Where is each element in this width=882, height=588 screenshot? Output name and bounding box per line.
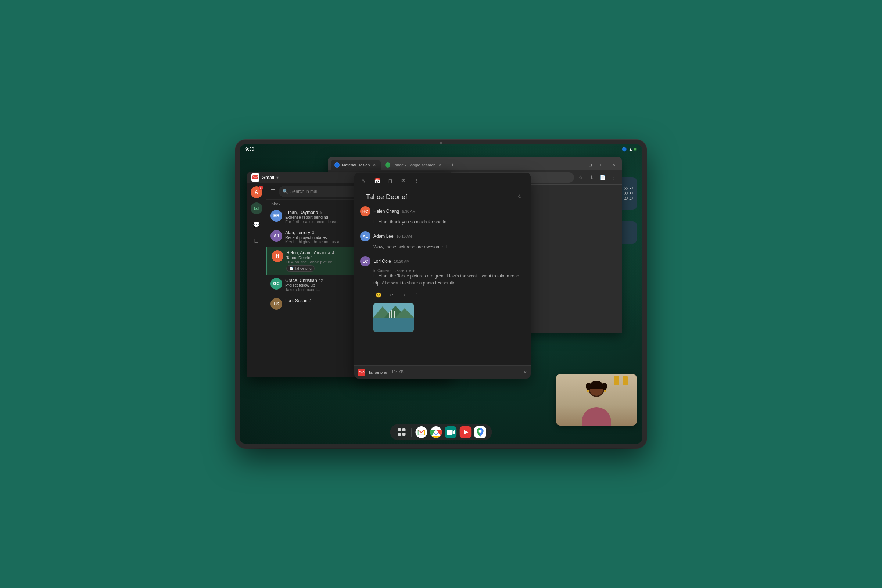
grid-dot-3 [398,432,401,436]
svg-rect-8 [389,312,390,318]
chrome-menu-button[interactable]: ⋮ [609,172,619,183]
download-filetype: PNG [358,371,364,374]
thread-actions-3: 🙂 ↩ ↪ ⋮ [360,290,525,300]
earring-left [587,390,589,392]
video-person [556,374,637,426]
tab-close-tahoe[interactable]: ✕ [438,162,443,168]
recipient-label: to Cameron, Jesse, me [374,268,411,273]
chrome-reader-mode-button[interactable]: 📄 [597,172,608,183]
email-detail-header: ⤡ 📅 🗑 ✉ ⋮ [354,173,531,189]
thread-reply-button[interactable]: ↩ [386,290,396,300]
tab-tahoe[interactable]: Tahoe - Google sesarch ✕ [381,160,447,170]
email-attachment-3: 📄 Tahoe.png [286,266,315,272]
person-head [588,381,604,397]
download-bar-close[interactable]: ✕ [524,370,527,375]
sidebar-item-meet[interactable]: □ [250,235,262,247]
detail-more-button[interactable]: ⋮ [412,176,422,186]
gmail-m-icon [251,174,260,182]
chrome-bookmark-button[interactable]: ☆ [576,172,586,183]
grid-dot-4 [402,432,406,436]
light-fixture-2 [614,376,619,385]
chrome-tabs: Material Design ✕ Tahoe - Google sesarch… [328,157,622,170]
thread-avatar-3: LC [360,256,370,266]
email-avatar-4: GC [270,278,282,290]
thread-forward-button[interactable]: ↪ [398,290,409,300]
chrome-download-button[interactable]: ⬇ [586,172,597,183]
wifi-icon: ▲ [628,147,633,152]
search-placeholder: Search in mail [290,189,318,194]
light-fixture-1 [622,376,628,385]
detail-expand-button[interactable]: ⤡ [358,176,369,186]
email-detail-panel: ⤡ 📅 🗑 ✉ ⋮ Tahoe Debrief ☆ HC Helen Chang… [354,173,531,378]
hair-right [602,382,607,390]
chrome-maximize-button[interactable]: □ [597,161,607,169]
thread-header-2: AL Adam Lee 10:10 AM [360,231,525,242]
battery-icon: ■ [634,147,636,152]
grid-icon [398,428,406,436]
thread-more-button[interactable]: ⋮ [411,290,421,300]
svg-point-18 [479,430,482,432]
detail-calendar-button[interactable]: 📅 [372,176,382,186]
email-avatar-2: AJ [270,230,282,242]
sidebar-item-chat[interactable]: 💬 [250,219,262,230]
app-launcher-button[interactable] [396,426,408,438]
dock-app-youtube[interactable] [460,426,471,438]
thread-item-2: AL Adam Lee 10:10 AM Wow, these pictures… [360,231,525,250]
chrome-window-controls: ⊡ □ ✕ [585,161,619,170]
video-call-thumbnail [556,374,637,426]
tab-label-tahoe: Tahoe - Google sesarch [393,163,435,167]
detail-star-button[interactable]: ☆ [514,192,525,202]
download-filename: Tahoe.png [368,370,387,375]
detail-title-row: Tahoe Debrief ☆ [354,189,531,203]
chrome-toolbar-actions: ☆ ⬇ 📄 ⋮ [576,172,619,183]
email-avatar-1: ER [270,210,282,222]
gmail-dropdown-icon[interactable]: ▾ [276,175,279,180]
attachment-name: Tahoe.png [294,266,312,270]
search-icon: 🔍 [282,189,288,194]
thread-sender-1: Helen Chang [374,209,399,214]
status-bar: 9:30 🔵 ▲ ■ [240,144,642,154]
sidebar-item-mail[interactable]: ✉ [250,202,262,214]
gmail-logo-area: Gmail ▾ [251,174,279,182]
dock [390,424,492,440]
gmail-sidebar-icon-user[interactable]: A 2 [250,186,262,198]
detail-delete-button[interactable]: 🗑 [385,176,395,186]
svg-rect-13 [447,430,453,435]
thread-item-1: HC Helen Chang 9:30 AM Hi Alan, thank yo… [360,206,525,225]
chrome-minimize-button[interactable]: ⊡ [585,161,596,169]
gmail-user-avatar: A 2 [250,186,262,198]
gmail-dock-icon [416,426,428,438]
earring-right [604,390,606,392]
detail-mail-button[interactable]: ✉ [398,176,409,186]
status-icons: 🔵 ▲ ■ [622,147,636,152]
dock-app-maps[interactable] [474,426,486,438]
dock-app-meet[interactable] [445,426,457,438]
download-filesize: 10c KB [392,370,403,374]
gmail-notification-badge: 2 [259,186,263,190]
tab-close-material[interactable]: ✕ [372,162,377,168]
dock-app-gmail[interactable] [416,426,428,438]
new-tab-button[interactable]: + [447,160,458,170]
tablet-shell: 9:30 🔵 ▲ ■ Weather Wed ☁ 8° 3° Thu ☁ 8° … [235,140,647,448]
svg-point-11 [434,430,438,434]
thread-time-2: 10:10 AM [396,234,412,238]
thread-time-3: 10:20 AM [394,260,410,264]
svg-rect-5 [374,318,414,332]
email-avatar-3: H [272,250,284,262]
thread-header-3: LC Lori Cole 10:20 AM [360,256,525,266]
grid-dot-1 [398,428,401,432]
tab-favicon-material [334,162,340,168]
tablet-screen: 9:30 🔵 ▲ ■ Weather Wed ☁ 8° 3° Thu ☁ 8° … [240,144,642,444]
hair-left [586,382,591,390]
sender-expand-row[interactable]: to Cameron, Jesse, me ▾ [360,268,525,273]
tab-material-design[interactable]: Material Design ✕ [331,160,381,170]
thread-item-3: LC Lori Cole 10:20 AM to Cameron, Jesse,… [360,256,525,332]
gmail-menu-icon[interactable]: ☰ [270,188,276,195]
download-bar: PNG Tahoe.png 10c KB ✕ [354,365,531,378]
dock-app-chrome[interactable] [430,426,442,438]
tab-favicon-tahoe [385,162,390,168]
svg-rect-7 [394,311,395,318]
thread-body-2: Wow, these picturese are awesome. T... [360,244,525,250]
thread-emoji-button[interactable]: 🙂 [374,290,384,300]
chrome-close-button[interactable]: ✕ [609,161,619,169]
